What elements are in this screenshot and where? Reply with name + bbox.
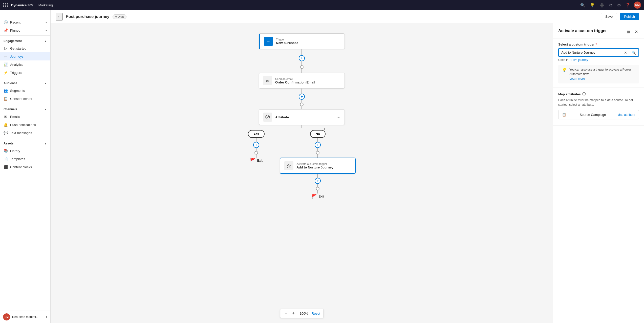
attribute-node-more[interactable]: ⋯ bbox=[336, 115, 340, 120]
filter-icon[interactable]: ⚙ bbox=[608, 2, 614, 9]
add-no-btn-2[interactable]: + bbox=[315, 178, 321, 184]
add-node-btn-2[interactable]: + bbox=[299, 94, 305, 100]
channels-section: Channels ▲ bbox=[0, 105, 50, 113]
waffle-icon[interactable] bbox=[3, 3, 9, 7]
play-icon: ▷ bbox=[4, 46, 8, 50]
sidebar-item-content-blocks[interactable]: ⬛ Content blocks bbox=[0, 163, 50, 171]
used-in-text: Used in: 1 live journey bbox=[558, 58, 639, 62]
zoom-reset-button[interactable]: Reset bbox=[312, 312, 320, 315]
sidebar-item-segments[interactable]: 👥 Segments bbox=[0, 87, 50, 95]
add-node-btn-1[interactable]: + bbox=[299, 55, 305, 61]
zoom-out-button[interactable]: − bbox=[283, 311, 289, 316]
sidebar: ☰ 🕒 Recent ▾ 📌 Pinned ▾ Engagement ▲ ▷ G… bbox=[0, 10, 51, 323]
connector-circle-2 bbox=[300, 103, 304, 106]
sidebar-item-library[interactable]: 📚 Library bbox=[0, 147, 50, 155]
connector-line-6 bbox=[302, 106, 302, 109]
used-in-link[interactable]: 1 live journey bbox=[570, 58, 588, 62]
email-icon: ✉ bbox=[4, 115, 8, 119]
sidebar-hamburger-wrap[interactable]: ☰ bbox=[0, 10, 50, 18]
templates-icon: 📄 bbox=[4, 157, 8, 161]
engagement-section: Engagement ▲ bbox=[0, 37, 50, 44]
add-no-btn[interactable]: + bbox=[315, 142, 321, 148]
footer-avatar: RM bbox=[3, 313, 10, 320]
analytics-icon: 📊 bbox=[4, 62, 8, 67]
info-text: You can also use a trigger to activate a… bbox=[569, 67, 635, 81]
attribute-node[interactable]: Attribute ⋯ bbox=[259, 109, 345, 125]
search-icon[interactable]: 🔍 bbox=[579, 2, 586, 9]
no-circle bbox=[316, 151, 319, 155]
svg-point-0 bbox=[266, 115, 270, 119]
info-lightbulb-icon: 💡 bbox=[562, 68, 567, 81]
connector-line-4 bbox=[302, 89, 302, 94]
canvas[interactable]: → Trigger New purchase + ✉ bbox=[51, 23, 553, 323]
sidebar-item-analytics[interactable]: 📊 Analytics bbox=[0, 60, 50, 69]
map-attribute-link[interactable]: Map attribute bbox=[617, 113, 635, 117]
content-area: ← Post purchase journey Draft Save Publi… bbox=[51, 10, 644, 323]
clear-search-icon[interactable]: ✕ bbox=[622, 51, 629, 55]
back-button[interactable]: ← bbox=[56, 13, 63, 20]
email-node-more[interactable]: ⋯ bbox=[336, 78, 340, 83]
module-name: Marketing bbox=[36, 3, 53, 7]
sidebar-item-text-messages[interactable]: 💬 Text messages bbox=[0, 129, 50, 137]
yes-line bbox=[256, 138, 256, 142]
sidebar-item-pinned[interactable]: 📌 Pinned ▾ bbox=[0, 26, 50, 34]
trigger-node-text: Trigger New purchase bbox=[276, 38, 298, 45]
panel-close-button[interactable]: ✕ bbox=[634, 28, 639, 35]
learn-more-link[interactable]: Learn more bbox=[569, 77, 585, 80]
sidebar-item-journeys[interactable]: ⇌ Journeys bbox=[0, 52, 50, 60]
add-yes-btn[interactable]: + bbox=[253, 142, 259, 148]
settings-icon[interactable]: ⚙ bbox=[616, 2, 622, 9]
trigger-search-input[interactable] bbox=[559, 49, 622, 56]
no-line-5 bbox=[317, 184, 318, 187]
panel-delete-button[interactable]: 🗑 bbox=[626, 29, 632, 35]
sidebar-item-get-started[interactable]: ▷ Get started bbox=[0, 44, 50, 52]
panel-header: Activate a custom trigger 🗑 ✕ bbox=[553, 23, 644, 38]
triggers-icon: ⚡ bbox=[4, 71, 8, 75]
sidebar-item-consent-center[interactable]: 📋 Consent center bbox=[0, 95, 50, 103]
yes-circle bbox=[254, 151, 258, 155]
chevron-down-icon: ▾ bbox=[46, 29, 47, 32]
footer-dropdown-icon: ▾ bbox=[46, 315, 47, 319]
add-icon[interactable]: ➕ bbox=[598, 2, 606, 9]
no-line-4 bbox=[317, 174, 318, 178]
custom-trigger-icon bbox=[284, 161, 293, 170]
topbar: Dynamics 365 Marketing 🔍 💡 ➕ ⚙ ⚙ ❓ RM bbox=[0, 0, 644, 10]
no-label[interactable]: No bbox=[310, 130, 326, 138]
page-title: Post purchase journey bbox=[66, 14, 110, 19]
chevron-up-icon: ▲ bbox=[44, 142, 47, 145]
save-button[interactable]: Save bbox=[601, 13, 617, 20]
attribute-node-text: Attribute bbox=[275, 115, 289, 119]
custom-trigger-more[interactable]: ⋯ bbox=[347, 163, 351, 168]
help-icon[interactable]: ❓ bbox=[624, 2, 631, 9]
connector-line-3 bbox=[302, 69, 302, 73]
publish-button[interactable]: Publish bbox=[620, 13, 639, 20]
journeys-icon: ⇌ bbox=[4, 54, 8, 58]
avatar[interactable]: RM bbox=[634, 2, 641, 9]
connector-line-1 bbox=[302, 49, 302, 55]
lightbulb-icon[interactable]: 💡 bbox=[589, 2, 596, 9]
brand-name: Dynamics 365 bbox=[11, 3, 33, 7]
sidebar-footer[interactable]: RM Real-time marketi... ▾ bbox=[0, 311, 50, 323]
sidebar-item-emails[interactable]: ✉ Emails bbox=[0, 113, 50, 121]
sidebar-item-recent[interactable]: 🕒 Recent ▾ bbox=[0, 18, 50, 26]
no-line bbox=[317, 138, 318, 142]
custom-trigger-node[interactable]: Activate a custom trigger Add to Nurture… bbox=[280, 158, 356, 174]
library-icon: 📚 bbox=[4, 149, 8, 153]
hamburger-icon[interactable]: ☰ bbox=[3, 12, 6, 16]
zoom-in-button[interactable]: + bbox=[291, 311, 296, 316]
sidebar-item-triggers[interactable]: ⚡ Triggers bbox=[0, 69, 50, 77]
sidebar-item-push-notifications[interactable]: 🔔 Push notifications bbox=[0, 121, 50, 129]
trigger-node[interactable]: → Trigger New purchase bbox=[259, 33, 345, 49]
email-node[interactable]: ✉ Send an email Order Confirmation Email… bbox=[259, 73, 345, 89]
select-trigger-section: Select a custom trigger * ✕ 🔍 Used in: 1… bbox=[553, 38, 644, 88]
chevron-up-icon: ▲ bbox=[44, 40, 47, 42]
sidebar-item-templates[interactable]: 📄 Templates bbox=[0, 155, 50, 163]
search-button[interactable]: 🔍 bbox=[629, 51, 638, 55]
consent-icon: 📋 bbox=[4, 97, 8, 101]
branch-connector-svg bbox=[259, 125, 345, 130]
zoom-controls: − + 100% Reset bbox=[280, 309, 324, 318]
branch-yes: Yes + 🚩 Exit bbox=[248, 130, 265, 163]
push-icon: 🔔 bbox=[4, 123, 8, 127]
attr-icon: 📋 bbox=[562, 113, 566, 117]
yes-label[interactable]: Yes bbox=[248, 130, 265, 138]
